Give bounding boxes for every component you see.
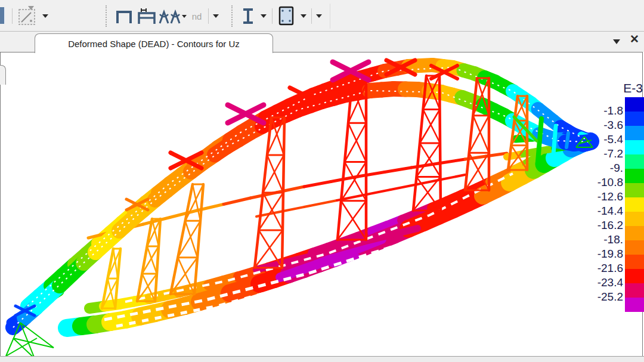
legend-exponent-label: E-3 [605,81,643,95]
bridge-wizard-icon [157,5,182,27]
dropdown-arrow-icon [315,14,323,18]
tab-deformed-shape[interactable]: Deformed Shape (DEAD) - Contours for Uz [35,33,273,53]
frame-2d-icon [135,5,158,27]
frame-2d-template-button[interactable] [135,5,158,27]
application-window: nd [0,0,644,362]
frame-section-button[interactable] [239,5,258,27]
portal-frame-template-button[interactable] [113,5,135,27]
tab-list-dropdown[interactable] [613,39,620,44]
toolbar-separator [311,8,312,24]
section-cut-dropdown[interactable] [42,5,49,27]
bridge-wizard-dropdown[interactable] [181,5,187,27]
rect-section-dropdown[interactable] [300,5,307,27]
dropdown-arrow-icon [300,14,307,18]
tab-stub[interactable] [0,65,6,85]
dropdown-arrow-icon [181,14,187,18]
model-viewport[interactable] [0,52,643,356]
toolbar-separator [12,8,13,24]
section-cut-button[interactable] [16,5,40,27]
section-cut-icon [16,5,40,27]
more-sections-dropdown[interactable] [315,5,323,27]
toolbar: nd [0,0,644,32]
toolbar-separator [272,8,273,24]
dropdown-arrow-icon [42,14,49,18]
tab-title: Deformed Shape (DEAD) - Contours for Uz [68,39,240,49]
rect-section-icon [275,5,297,27]
toolbar-drag-handle[interactable] [106,5,109,27]
toolbar-group-edge [330,4,330,29]
bridge-deformed-shape-render [0,52,643,356]
nd-template-button[interactable]: nd [188,5,205,27]
toolbar-drag-handle[interactable] [231,5,234,27]
clipped-tool-icon[interactable] [0,7,5,24]
toolbar-separator [208,8,209,24]
i-beam-icon [239,5,258,27]
frame-section-dropdown[interactable] [260,5,267,27]
rect-section-button[interactable] [275,5,297,27]
templates-dropdown[interactable] [212,5,219,27]
status-strip [0,356,644,362]
tab-close-button[interactable]: ✕ [630,33,639,45]
dropdown-arrow-icon [212,14,219,18]
bridge-wizard-button[interactable] [157,5,182,27]
dropdown-arrow-icon [260,14,267,18]
portal-frame-icon [113,5,135,27]
